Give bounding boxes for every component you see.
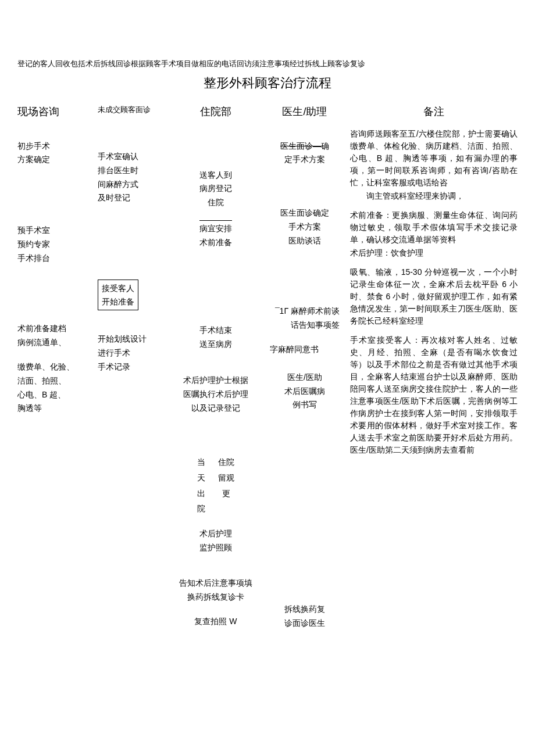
c4-b3b: 麻醉师术前谈话告知事项签 — [291, 306, 340, 329]
c4-b5: 医生/医助术后医嘱病例书写 — [270, 371, 340, 412]
c3-b4: 术后护理护士根据医嘱执行术后护理以及记录登记 — [172, 374, 259, 415]
c2-b2-wrap: 接受客人开始准备 — [98, 280, 162, 310]
page-title: 整形外科顾客治疗流程 — [17, 73, 518, 92]
col1-head: 现场咨询 — [17, 104, 87, 120]
c3-grid: 当天出院 住院留观更 — [172, 454, 259, 516]
c4-b2: 医生面诊确定手术方案医助谈话 — [270, 206, 340, 248]
col-doctor: 医生/助理 医生面诊—确定手术方案 医生面诊确定手术方案医助谈话 ¯1Γ 麻醉师… — [270, 104, 340, 641]
n3-p0: 吸氧、输液，15-30 分钟巡视一次，一个小时记录生命体征一次，全麻术后去枕平卧… — [350, 266, 518, 327]
n2-p1: 术后护理：饮食护理 — [350, 247, 518, 259]
c1-b2: 预手术室预约专家手术排台 — [17, 224, 87, 265]
col-notes: 备注 咨询师送顾客至五/六楼住院部，护士需要确认缴费单、体检化验、病历建档、洁面… — [350, 104, 518, 463]
n4-p0: 手术室接受客人：再次核对客人姓名、过敏史、月经、拍照、全麻（是否有喝水饮食过等）… — [350, 334, 518, 456]
n2-p0: 术前准备：更换病服、测量生命体征、询问药物过敏史，领取手术假体填写手术交接记录单… — [350, 209, 518, 246]
n1-p0: 咨询师送顾客至五/六楼住院部，护士需要确认缴费单、体检化验、病历建档、洁面、拍照… — [350, 128, 518, 189]
c4-b1-strike: 医生面诊— — [280, 141, 321, 151]
c4-b3a: ¯1Γ — [275, 306, 288, 316]
note-1: 咨询师送顾客至五/六楼住院部，护士需要确认缴费单、体检化验、病历建档、洁面、拍照… — [350, 128, 518, 203]
c3-grid-l: 当天出院 — [197, 454, 205, 516]
c3-b2-wrap: 病宜安排术前准备 — [172, 220, 259, 250]
col5-head: 备注 — [350, 104, 518, 120]
c4-b6: 拆线换药复诊面诊医生 — [270, 603, 340, 630]
c3-b2: 病宜安排术前准备 — [199, 220, 232, 250]
c2-b3: 开始划线设计进行手术手术记录 — [98, 332, 162, 374]
c2-b2: 接受客人开始准备 — [98, 280, 138, 310]
note-3: 吸氧、输液，15-30 分钟巡视一次，一个小时记录生命体征一次，全麻术后去枕平卧… — [350, 266, 518, 328]
columns-container: 现场咨询 初步手术方案确定 预手术室预约专家手术排台 术前准备建档病例流通单、 … — [17, 104, 518, 641]
c2-small: 未成交顾客面诊 — [98, 104, 162, 116]
top-line: 登记的客人回收包括术后拆线回诊根据顾客手术项目做相应的电话回访须注意事项经过拆线… — [17, 58, 518, 70]
c2-b1: 手术室确认排台医生时间麻醉方式及时登记 — [98, 150, 162, 205]
c4-b4: 字麻醉同意书 — [270, 343, 340, 357]
c3-grid-r: 住院留观更 — [218, 454, 234, 516]
c3-b5: 术后护理监护照顾 — [172, 527, 259, 555]
c4-b1: 医生面诊—确定手术方案 — [270, 139, 340, 167]
col3-head: 住院部 — [172, 104, 259, 120]
c1-b1: 初步手术方案确定 — [17, 139, 87, 167]
c3-b7: 复查拍照 W — [172, 615, 259, 629]
note-4: 手术室接受客人：再次核对客人姓名、过敏史、月经、拍照、全麻（是否有喝水饮食过等）… — [350, 334, 518, 457]
c3-b1: 送客人到病房登记住院 — [172, 169, 259, 210]
c3-b6: 告知术后注意事项填换药拆线复诊卡 — [172, 576, 259, 604]
c1-b3: 术前准备建档病例流通单、 — [17, 322, 87, 350]
col-consult: 现场咨询 初步手术方案确定 预手术室预约专家手术排台 术前准备建档病例流通单、 … — [17, 104, 87, 427]
col-sub: 未成交顾客面诊 手术室确认排台医生时间麻醉方式及时登记 接受客人开始准备 开始划… — [98, 104, 162, 385]
col-inpatient: 住院部 送客人到病房登记住院 病宜安排术前准备 手术结束送至病房 术后护理护士根… — [172, 104, 259, 639]
c1-b4: 缴费单、化验、洁面、拍照、心电、B 超、胸透等 — [17, 360, 87, 415]
n1-p1: 询主管或科室经理来协调， — [350, 190, 518, 202]
c4-b3: ¯1Γ 麻醉师术前谈话告知事项签 — [270, 304, 340, 332]
c3-b3: 手术结束送至病房 — [172, 324, 259, 352]
note-2: 术前准备：更换病服、测量生命体征、询问药物过敏史，领取手术假体填写手术交接记录单… — [350, 209, 518, 260]
col4-head: 医生/助理 — [270, 104, 340, 120]
